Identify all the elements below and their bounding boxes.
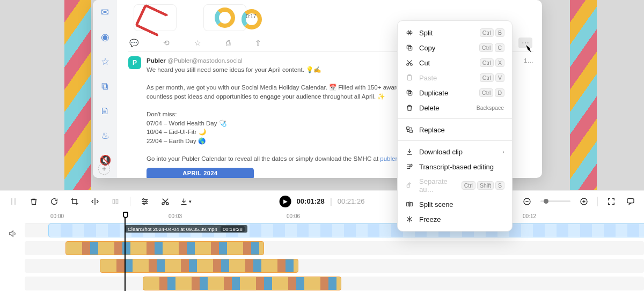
video-clip-overlay-3[interactable] (143, 277, 341, 290)
menu-download-clip[interactable]: Download clip › (398, 144, 512, 159)
media-duration: 0:17 (241, 9, 262, 29)
svg-rect-24 (627, 198, 634, 203)
time-total: 00:21:26 (338, 197, 365, 205)
tool-delete[interactable] (28, 196, 40, 207)
track-row[interactable] (25, 277, 644, 290)
svg-rect-10 (407, 127, 409, 130)
ruler-mark: 00:12 (523, 213, 536, 219)
tool-crop[interactable] (69, 196, 80, 207)
svg-rect-3 (407, 45, 411, 49)
download-icon (405, 147, 414, 156)
menu-delete[interactable]: Delete Backspace (398, 100, 512, 115)
menu-transcript-editing[interactable]: Transcript-based editing (398, 159, 512, 174)
media-thumb-1[interactable] (134, 4, 177, 31)
bookmark-icon[interactable]: ⎙ (226, 39, 230, 47)
avatar[interactable]: P (128, 56, 141, 69)
media-thumb-2[interactable]: 0:17 (203, 4, 246, 31)
flame-icon[interactable]: ♨ (101, 131, 109, 140)
playhead[interactable] (125, 212, 126, 291)
video-clip-main[interactable]: CleanShot 2024-04-04 at 09.35.39.mp4 00:… (48, 223, 644, 237)
zoom-slider[interactable] (540, 200, 570, 202)
ruler-mark: 00:00 (50, 213, 64, 219)
favorite-icon[interactable]: ☆ (194, 39, 201, 47)
menu-duplicate[interactable]: Duplicate Ctrl D (398, 85, 512, 100)
copy-icon (405, 43, 414, 52)
tool-fullscreen[interactable] (605, 196, 617, 207)
post-author: Publer (147, 57, 166, 64)
freeze-icon (405, 215, 414, 223)
post-banner: APRIL 2024 (147, 168, 254, 178)
play-button[interactable]: ▶ (280, 196, 291, 207)
svg-point-4 (407, 64, 409, 66)
more-button[interactable]: ⋯ (518, 38, 532, 48)
book-icon[interactable]: ⧉ (101, 81, 108, 91)
zoom-out-button[interactable] (521, 196, 533, 207)
tool-flip[interactable] (89, 196, 101, 207)
svg-point-20 (162, 203, 164, 205)
svg-rect-12 (407, 185, 409, 188)
mail-icon[interactable]: ✉ (101, 8, 109, 17)
svg-rect-14 (410, 203, 412, 206)
split-icon (405, 28, 414, 37)
cut-icon (405, 58, 414, 67)
svg-point-21 (166, 203, 169, 205)
timeline[interactable]: 00:0000:0300:0600:12 CleanShot 2024-04-0… (0, 212, 644, 291)
svg-point-17 (143, 198, 144, 200)
menu-split-scene[interactable]: Split scene (398, 197, 512, 212)
video-bg-right (570, 0, 597, 190)
menu-paste: Paste Ctrl V (398, 70, 512, 85)
track-row[interactable] (25, 241, 644, 255)
replace-icon (405, 125, 414, 134)
zoom-in-button[interactable] (578, 196, 590, 207)
split-scene-icon (405, 200, 414, 208)
video-clip-overlay-2[interactable] (100, 259, 298, 273)
duplicate-icon (405, 88, 414, 97)
app-sidebar: ✉ ◉ ☆ ⧉ 🗎 ♨ 🔇 3 A (93, 0, 117, 178)
ruler-mark: 00:03 (169, 213, 182, 219)
timeline-ruler[interactable]: 00:0000:0300:0600:12 (25, 212, 644, 223)
menu-replace[interactable]: Replace (398, 122, 512, 137)
user-icon[interactable]: ◉ (101, 32, 109, 42)
reply-icon[interactable]: 💬 (129, 39, 138, 47)
share-icon[interactable]: ⇪ (255, 39, 261, 47)
post-meta: 1… (524, 56, 533, 65)
video-bg-left (64, 0, 91, 190)
menu-freeze[interactable]: Freeze (398, 212, 512, 227)
playback-controls: ▶ 00:01:28 | 00:21:26 (280, 196, 365, 207)
track-row[interactable] (25, 259, 644, 273)
menu-copy[interactable]: Copy Ctrl C (398, 40, 512, 55)
tool-rotate[interactable] (48, 196, 60, 207)
clip-context-menu: Split Ctrl B Copy Ctrl C Cut Ctrl X Past… (397, 20, 513, 232)
menu-separator (398, 140, 512, 141)
menu-cut[interactable]: Cut Ctrl X (398, 55, 512, 70)
clip-filename: CleanShot 2024-04-04 at 09.35.39.mp4 (128, 226, 217, 232)
add-account-button[interactable]: ＋ (98, 163, 110, 175)
video-clip-overlay-1[interactable] (65, 241, 264, 255)
svg-rect-16 (116, 199, 118, 204)
svg-rect-2 (408, 47, 412, 50)
post-handle: @Publer@mastodon.social (167, 57, 243, 64)
file-icon[interactable]: 🗎 (100, 106, 110, 116)
tool-download[interactable]: ▾ (180, 196, 192, 207)
delete-icon (405, 103, 414, 112)
tool-comments[interactable] (625, 196, 636, 207)
boost-icon[interactable]: ⟲ (163, 39, 170, 47)
tool-scissors[interactable] (159, 196, 171, 207)
svg-point-19 (143, 203, 145, 204)
svg-rect-13 (407, 203, 409, 206)
svg-rect-11 (410, 130, 413, 133)
ruler-mark: 00:06 (287, 213, 300, 219)
track-audio-icon[interactable] (6, 228, 18, 240)
time-current: 00:01:28 (297, 197, 325, 205)
tool-split (8, 196, 19, 207)
toolbar-separator (130, 197, 130, 206)
tool-adjust[interactable] (139, 196, 151, 207)
menu-split[interactable]: Split Ctrl B (398, 25, 512, 40)
preview-canvas: ✉ ◉ ☆ ⧉ 🗎 ♨ 🔇 3 A ＋ 0:17 💬 ⟲ ☆ ⎙ (0, 0, 644, 190)
track-row[interactable]: CleanShot 2024-04-04 at 09.35.39.mp4 00:… (25, 223, 644, 237)
paste-icon (405, 73, 414, 82)
star-icon[interactable]: ☆ (101, 57, 109, 66)
svg-point-5 (411, 64, 413, 66)
svg-rect-15 (113, 199, 114, 204)
toolbar-separator (597, 197, 598, 206)
